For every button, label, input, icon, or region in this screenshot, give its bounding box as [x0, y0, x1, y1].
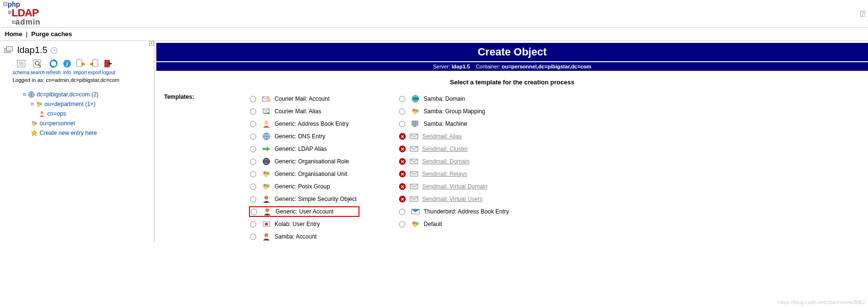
tool-import[interactable]: import — [73, 58, 87, 75]
template-radio[interactable] — [250, 146, 256, 152]
template-row[interactable]: ✕Sendmail: Relays — [398, 169, 512, 179]
template-radio[interactable] — [399, 121, 405, 127]
template-radio[interactable] — [250, 221, 256, 227]
svg-point-66 — [413, 224, 417, 227]
svg-point-27 — [32, 123, 35, 126]
svg-rect-14 — [77, 60, 82, 67]
tree-department[interactable]: ⊟ ou=department (1+) — [31, 99, 150, 109]
template-row[interactable]: Default — [398, 219, 512, 229]
template-radio[interactable] — [399, 96, 405, 102]
svg-point-49 — [264, 233, 268, 237]
template-label: Default — [424, 221, 442, 227]
template-row[interactable]: Thunderbird: Address Book Entry — [398, 206, 512, 217]
template-label: Kolab: User Entry — [275, 221, 320, 227]
tool-label: import — [73, 70, 87, 75]
template-row[interactable]: Generic: LDAP Alias — [249, 144, 359, 154]
template-label: Generic: Organisational Role — [275, 158, 349, 165]
tree-create-new[interactable]: Create new entry here — [31, 128, 150, 138]
template-label: Sendmail: Domain — [422, 158, 469, 165]
template-label: Courier Mail: Account — [275, 95, 330, 102]
template-row[interactable]: Samba: Machine — [398, 119, 512, 129]
template-row[interactable]: Generic: Posix Group — [249, 181, 359, 192]
user-icon — [39, 110, 45, 117]
template-row[interactable]: Generic: Address Book Entry — [249, 119, 359, 129]
envelope-icon — [410, 145, 418, 153]
logo-ldap: LDAP — [12, 8, 41, 18]
template-row[interactable]: ✕Sendmail: Cluster — [398, 144, 512, 154]
tool-schema[interactable]: schema — [13, 58, 29, 75]
template-row[interactable]: Samba: Group Mapping — [398, 106, 512, 117]
template-radio[interactable] — [250, 171, 256, 177]
template-radio[interactable] — [250, 133, 256, 140]
envelope-icon — [410, 183, 418, 190]
template-radio[interactable] — [250, 184, 256, 190]
collapse-icon[interactable]: ⊟ — [31, 99, 34, 109]
template-radio[interactable] — [250, 96, 256, 102]
template-row[interactable]: Courier Mail: Alias — [249, 106, 359, 117]
template-row[interactable]: ✕Sendmail: Virtual Users — [398, 194, 512, 204]
tool-export[interactable]: export — [88, 58, 101, 75]
tree-ops[interactable]: cn=ops — [39, 109, 150, 119]
template-row[interactable]: Generic: Simple Security Object — [249, 194, 359, 204]
svg-marker-28 — [31, 130, 37, 136]
collapse-icon[interactable]: ⊟ — [23, 90, 26, 99]
user-dark-icon — [263, 208, 272, 215]
envelope-icon — [410, 195, 418, 203]
app-logo: ⊟ php ⊞ LDAP ⊞admin — [3, 1, 41, 26]
nav-home[interactable]: Home — [5, 30, 22, 38]
template-row[interactable]: Samba: Domain — [398, 93, 512, 104]
info-icon: i — [62, 58, 72, 69]
disabled-icon: ✕ — [399, 158, 406, 165]
ou-icon — [31, 120, 38, 127]
svg-point-23 — [37, 104, 40, 107]
template-row[interactable]: Generic: Organisational Role — [249, 156, 359, 167]
template-label: Generic: Organisational Unit — [275, 171, 347, 177]
tool-logout[interactable]: logout — [102, 58, 115, 75]
refresh-icon — [48, 58, 59, 69]
help-icon[interactable]: ⍰ — [860, 9, 865, 18]
tool-info[interactable]: iinfo — [62, 58, 72, 75]
tool-refresh[interactable]: refresh — [46, 58, 61, 75]
server-name: ldap1.5 — [17, 45, 47, 55]
tool-label: refresh — [46, 70, 61, 75]
header-bar: ⊟ php ⊞ LDAP ⊞admin ⍰ — [0, 0, 868, 27]
clock-icon[interactable]: 🕒 — [50, 47, 58, 54]
search-icon — [32, 58, 43, 69]
server-title: ldap1.5 🕒 — [4, 45, 150, 55]
template-radio[interactable] — [399, 209, 405, 215]
sidebar-collapse-icon[interactable]: + — [149, 41, 154, 46]
template-label: Sendmail: Cluster — [422, 146, 468, 152]
template-radio[interactable] — [250, 121, 256, 127]
template-row[interactable]: Generic: DNS Entry — [249, 131, 359, 142]
svg-point-53 — [413, 111, 417, 115]
template-label: Generic: Simple Security Object — [275, 196, 357, 202]
template-row[interactable]: Courier Mail: Account — [249, 93, 359, 104]
template-row[interactable]: Kolab: User Entry — [249, 219, 359, 229]
nav-purge-caches[interactable]: Purge caches — [31, 30, 72, 38]
template-row[interactable]: ✕Sendmail: Virtual Domain — [398, 181, 512, 192]
template-radio[interactable] — [250, 234, 256, 240]
tree-root[interactable]: ⊟ dc=pibigstar,dc=com (2) — [23, 90, 150, 99]
tool-search[interactable]: search — [30, 58, 45, 75]
template-row[interactable]: ✕Sendmail: Alias — [398, 131, 512, 142]
template-row[interactable]: Samba: Account — [249, 231, 359, 242]
template-row[interactable]: ✕Sendmail: Domain — [398, 156, 512, 167]
template-row[interactable]: Generic: User Account — [249, 206, 359, 217]
template-radio[interactable] — [250, 196, 256, 202]
template-row[interactable]: Generic: Organisational Unit — [249, 169, 359, 179]
template-radio[interactable] — [399, 108, 405, 115]
disabled-icon: ✕ — [399, 183, 406, 190]
user-icon — [262, 120, 271, 128]
template-radio[interactable] — [251, 209, 257, 215]
logout-icon — [103, 58, 114, 69]
top-nav: Home | Purge caches — [0, 27, 868, 41]
tree-personnel[interactable]: ou=personnel — [31, 119, 150, 128]
svg-marker-17 — [90, 63, 93, 66]
svg-rect-2 — [7, 48, 12, 50]
templates-section: Templates: Courier Mail: AccountCourier … — [156, 93, 868, 242]
template-radio[interactable] — [399, 221, 405, 227]
svg-rect-36 — [262, 148, 267, 150]
template-radio[interactable] — [250, 108, 256, 115]
svg-point-30 — [267, 98, 271, 102]
template-radio[interactable] — [250, 159, 256, 165]
